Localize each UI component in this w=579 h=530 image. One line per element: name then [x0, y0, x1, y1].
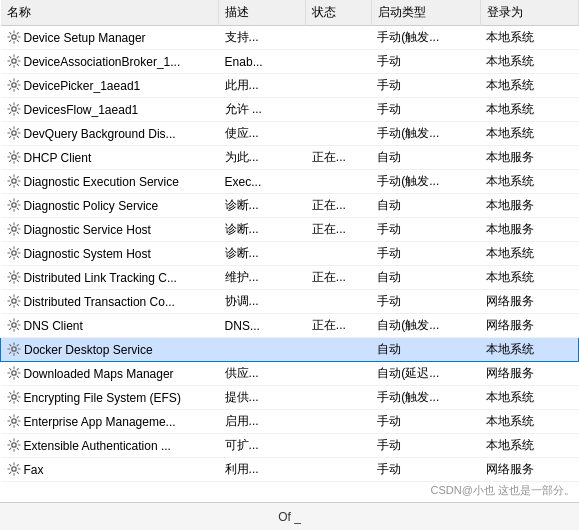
service-startup-cell: 自动: [371, 266, 480, 290]
svg-point-8: [11, 227, 15, 231]
service-status-cell: [306, 386, 371, 410]
service-name-cell: Encrypting File System (EFS): [1, 386, 219, 410]
service-startup-cell: 手动: [371, 74, 480, 98]
service-startup-cell: 手动(触发...: [371, 122, 480, 146]
table-row[interactable]: Encrypting File System (EFS)提供...手动(触发..…: [1, 386, 579, 410]
table-row[interactable]: Diagnostic Service Host诊断...正在...手动本地服务: [1, 218, 579, 242]
service-name-text: Extensible Authentication ...: [24, 439, 171, 453]
service-name-cell: Docker Desktop Service: [1, 338, 219, 362]
svg-point-2: [11, 83, 15, 87]
service-desc-cell: 诊断...: [219, 194, 306, 218]
gear-icon: [7, 270, 21, 284]
service-startup-cell: 手动: [371, 458, 480, 482]
table-row[interactable]: DevicesFlow_1aead1允许 ...手动本地系统: [1, 98, 579, 122]
gear-icon: [7, 30, 21, 44]
service-startup-cell: 手动: [371, 410, 480, 434]
service-startup-cell: 手动: [371, 50, 480, 74]
service-login-cell: 本地系统: [480, 434, 578, 458]
service-name-cell: Diagnostic Policy Service: [1, 194, 219, 218]
service-status-cell: [306, 410, 371, 434]
col-header-name[interactable]: 名称: [1, 0, 219, 26]
col-header-login[interactable]: 登录为: [480, 0, 578, 26]
col-header-startup[interactable]: 启动类型: [371, 0, 480, 26]
table-row[interactable]: DevicePicker_1aead1此用...手动本地系统: [1, 74, 579, 98]
service-status-cell: [306, 50, 371, 74]
service-name-text: Device Setup Manager: [24, 31, 146, 45]
gear-icon: [7, 462, 21, 476]
service-name-text: Diagnostic Policy Service: [24, 199, 159, 213]
service-status-cell: 正在...: [306, 194, 371, 218]
service-status-cell: [306, 98, 371, 122]
table-row[interactable]: Fax利用...手动网络服务: [1, 458, 579, 482]
table-row[interactable]: Diagnostic System Host诊断...手动本地系统: [1, 242, 579, 266]
services-table-container: 名称 描述 状态 启动类型 登录为 Device Setup Manager支持…: [0, 0, 579, 530]
svg-point-1: [11, 59, 15, 63]
service-name-cell: DNS Client: [1, 314, 219, 338]
service-desc-cell: 使应...: [219, 122, 306, 146]
service-startup-cell: 手动: [371, 434, 480, 458]
table-row[interactable]: Distributed Transaction Co...协调...手动网络服务: [1, 290, 579, 314]
of-label: Of _: [278, 510, 301, 524]
svg-point-6: [11, 179, 15, 183]
service-name-text: Downloaded Maps Manager: [24, 367, 174, 381]
service-name-cell: DevicePicker_1aead1: [1, 74, 219, 98]
service-startup-cell: 自动(触发...: [371, 314, 480, 338]
service-desc-cell: 诊断...: [219, 242, 306, 266]
table-row[interactable]: Device Setup Manager支持...手动(触发...本地系统: [1, 26, 579, 50]
table-row[interactable]: DevQuery Background Dis...使应...手动(触发...本…: [1, 122, 579, 146]
table-row[interactable]: Docker Desktop Service自动本地系统: [1, 338, 579, 362]
svg-point-9: [11, 251, 15, 255]
service-status-cell: 正在...: [306, 266, 371, 290]
service-startup-cell: 手动(触发...: [371, 170, 480, 194]
service-login-cell: 本地系统: [480, 410, 578, 434]
service-status-cell: [306, 26, 371, 50]
gear-icon: [7, 414, 21, 428]
gear-icon: [7, 246, 21, 260]
service-login-cell: 网络服务: [480, 458, 578, 482]
table-row[interactable]: Enterprise App Manageme...启用...手动本地系统: [1, 410, 579, 434]
service-desc-cell: 允许 ...: [219, 98, 306, 122]
service-startup-cell: 手动: [371, 98, 480, 122]
service-status-cell: [306, 458, 371, 482]
gear-icon: [7, 54, 21, 68]
service-startup-cell: 手动: [371, 242, 480, 266]
svg-point-0: [11, 35, 15, 39]
service-name-cell: Device Setup Manager: [1, 26, 219, 50]
gear-icon: [7, 126, 21, 140]
table-row[interactable]: DHCP Client为此...正在...自动本地服务: [1, 146, 579, 170]
service-desc-cell: [219, 338, 306, 362]
service-name-cell: Diagnostic Service Host: [1, 218, 219, 242]
svg-point-10: [11, 275, 15, 279]
service-desc-cell: 支持...: [219, 26, 306, 50]
table-row[interactable]: DNS ClientDNS...正在...自动(触发...网络服务: [1, 314, 579, 338]
service-status-cell: [306, 362, 371, 386]
table-row[interactable]: Diagnostic Policy Service诊断...正在...自动本地服…: [1, 194, 579, 218]
svg-point-18: [11, 467, 15, 471]
service-name-text: DevicePicker_1aead1: [24, 79, 141, 93]
col-header-desc[interactable]: 描述: [219, 0, 306, 26]
service-desc-cell: 启用...: [219, 410, 306, 434]
table-row[interactable]: Extensible Authentication ...可扩...手动本地系统: [1, 434, 579, 458]
svg-point-11: [11, 299, 15, 303]
service-startup-cell: 自动: [371, 146, 480, 170]
table-row[interactable]: Distributed Link Tracking C...维护...正在...…: [1, 266, 579, 290]
service-name-text: Encrypting File System (EFS): [24, 391, 181, 405]
gear-icon: [7, 174, 21, 188]
service-desc-cell: DNS...: [219, 314, 306, 338]
service-login-cell: 本地系统: [480, 386, 578, 410]
gear-icon: [7, 318, 21, 332]
service-name-cell: Distributed Transaction Co...: [1, 290, 219, 314]
service-login-cell: 网络服务: [480, 362, 578, 386]
pagination-footer: Of _: [0, 502, 579, 530]
col-header-status[interactable]: 状态: [306, 0, 371, 26]
service-startup-cell: 手动: [371, 218, 480, 242]
table-row[interactable]: Diagnostic Execution ServiceExec...手动(触发…: [1, 170, 579, 194]
table-row[interactable]: Downloaded Maps Manager供应...自动(延迟...网络服务: [1, 362, 579, 386]
svg-point-16: [11, 419, 15, 423]
service-name-cell: Extensible Authentication ...: [1, 434, 219, 458]
svg-point-12: [11, 323, 15, 327]
service-desc-cell: Enab...: [219, 50, 306, 74]
table-row[interactable]: DeviceAssociationBroker_1...Enab...手动本地系…: [1, 50, 579, 74]
svg-point-14: [11, 371, 15, 375]
service-desc-cell: 供应...: [219, 362, 306, 386]
